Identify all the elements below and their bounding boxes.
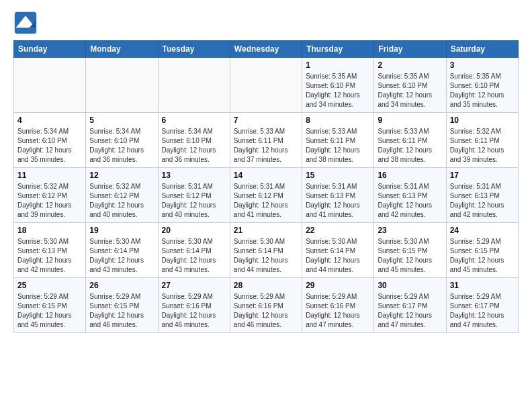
logo-icon — [13, 11, 38, 35]
calendar-cell — [230, 58, 302, 113]
days-header-row: SundayMondayTuesdayWednesdayThursdayFrid… — [14, 41, 519, 58]
day-info: Sunrise: 5:35 AM Sunset: 6:10 PM Dayligh… — [306, 72, 370, 109]
day-info: Sunrise: 5:29 AM Sunset: 6:15 PM Dayligh… — [17, 292, 82, 330]
day-number: 11 — [17, 171, 82, 180]
day-number: 19 — [89, 226, 154, 235]
day-info: Sunrise: 5:33 AM Sunset: 6:11 PM Dayligh… — [234, 127, 298, 165]
calendar-cell: 2Sunrise: 5:35 AM Sunset: 6:10 PM Daylig… — [374, 58, 446, 113]
day-header-sunday: Sunday — [14, 41, 86, 58]
day-number: 1 — [306, 60, 370, 70]
calendar-cell: 13Sunrise: 5:31 AM Sunset: 6:12 PM Dayli… — [158, 168, 230, 223]
calendar-cell: 6Sunrise: 5:34 AM Sunset: 6:10 PM Daylig… — [158, 113, 230, 168]
calendar-cell: 16Sunrise: 5:31 AM Sunset: 6:13 PM Dayli… — [374, 168, 446, 223]
calendar-cell — [158, 58, 230, 113]
day-number: 29 — [306, 281, 370, 290]
calendar: SundayMondayTuesdayWednesdayThursdayFrid… — [13, 40, 519, 333]
day-header-monday: Monday — [86, 41, 158, 58]
day-number: 25 — [17, 281, 82, 290]
day-number: 28 — [234, 281, 298, 290]
calendar-cell: 7Sunrise: 5:33 AM Sunset: 6:11 PM Daylig… — [230, 113, 302, 168]
calendar-cell: 10Sunrise: 5:32 AM Sunset: 6:11 PM Dayli… — [446, 113, 518, 168]
day-header-tuesday: Tuesday — [158, 41, 230, 58]
day-info: Sunrise: 5:35 AM Sunset: 6:10 PM Dayligh… — [450, 72, 515, 109]
day-info: Sunrise: 5:31 AM Sunset: 6:13 PM Dayligh… — [378, 182, 442, 220]
day-info: Sunrise: 5:31 AM Sunset: 6:13 PM Dayligh… — [450, 182, 515, 220]
calendar-cell: 15Sunrise: 5:31 AM Sunset: 6:13 PM Dayli… — [302, 168, 374, 223]
day-number: 18 — [17, 226, 82, 235]
calendar-cell: 30Sunrise: 5:29 AM Sunset: 6:17 PM Dayli… — [374, 278, 446, 333]
calendar-cell: 27Sunrise: 5:29 AM Sunset: 6:16 PM Dayli… — [158, 278, 230, 333]
day-info: Sunrise: 5:30 AM Sunset: 6:14 PM Dayligh… — [306, 237, 370, 275]
calendar-cell — [14, 58, 86, 113]
day-info: Sunrise: 5:32 AM Sunset: 6:12 PM Dayligh… — [89, 182, 154, 220]
day-info: Sunrise: 5:35 AM Sunset: 6:10 PM Dayligh… — [378, 72, 442, 109]
calendar-cell: 14Sunrise: 5:31 AM Sunset: 6:12 PM Dayli… — [230, 168, 302, 223]
day-number: 21 — [234, 226, 298, 235]
day-info: Sunrise: 5:32 AM Sunset: 6:12 PM Dayligh… — [17, 182, 82, 220]
calendar-cell: 20Sunrise: 5:30 AM Sunset: 6:14 PM Dayli… — [158, 223, 230, 278]
week-row-2: 4Sunrise: 5:34 AM Sunset: 6:10 PM Daylig… — [14, 113, 519, 168]
calendar-cell: 31Sunrise: 5:29 AM Sunset: 6:17 PM Dayli… — [446, 278, 518, 333]
day-number: 26 — [89, 281, 154, 290]
day-info: Sunrise: 5:30 AM Sunset: 6:14 PM Dayligh… — [89, 237, 154, 275]
day-number: 2 — [378, 60, 442, 70]
calendar-cell: 23Sunrise: 5:30 AM Sunset: 6:15 PM Dayli… — [374, 223, 446, 278]
day-number: 12 — [89, 171, 154, 180]
day-info: Sunrise: 5:30 AM Sunset: 6:14 PM Dayligh… — [162, 237, 226, 275]
calendar-cell: 19Sunrise: 5:30 AM Sunset: 6:14 PM Dayli… — [86, 223, 158, 278]
day-number: 6 — [162, 116, 226, 125]
day-number: 4 — [17, 116, 82, 125]
day-number: 8 — [306, 116, 370, 125]
calendar-cell: 5Sunrise: 5:34 AM Sunset: 6:10 PM Daylig… — [86, 113, 158, 168]
calendar-cell: 1Sunrise: 5:35 AM Sunset: 6:10 PM Daylig… — [302, 58, 374, 113]
day-number: 3 — [450, 60, 515, 70]
day-info: Sunrise: 5:29 AM Sunset: 6:16 PM Dayligh… — [234, 292, 298, 330]
calendar-cell: 11Sunrise: 5:32 AM Sunset: 6:12 PM Dayli… — [14, 168, 86, 223]
calendar-cell: 25Sunrise: 5:29 AM Sunset: 6:15 PM Dayli… — [14, 278, 86, 333]
day-number: 23 — [378, 226, 442, 235]
day-number: 10 — [450, 116, 515, 125]
day-info: Sunrise: 5:34 AM Sunset: 6:10 PM Dayligh… — [162, 127, 226, 165]
day-info: Sunrise: 5:34 AM Sunset: 6:10 PM Dayligh… — [89, 127, 154, 165]
day-number: 7 — [234, 116, 298, 125]
week-row-4: 18Sunrise: 5:30 AM Sunset: 6:13 PM Dayli… — [14, 223, 519, 278]
day-info: Sunrise: 5:31 AM Sunset: 6:12 PM Dayligh… — [234, 182, 298, 220]
day-info: Sunrise: 5:31 AM Sunset: 6:12 PM Dayligh… — [162, 182, 226, 220]
week-row-1: 1Sunrise: 5:35 AM Sunset: 6:10 PM Daylig… — [14, 58, 519, 113]
day-header-thursday: Thursday — [302, 41, 374, 58]
day-number: 5 — [89, 116, 154, 125]
week-row-5: 25Sunrise: 5:29 AM Sunset: 6:15 PM Dayli… — [14, 278, 519, 333]
day-number: 30 — [378, 281, 442, 290]
logo — [13, 11, 42, 35]
day-info: Sunrise: 5:31 AM Sunset: 6:13 PM Dayligh… — [306, 182, 370, 220]
calendar-cell: 9Sunrise: 5:33 AM Sunset: 6:11 PM Daylig… — [374, 113, 446, 168]
day-header-wednesday: Wednesday — [230, 41, 302, 58]
day-info: Sunrise: 5:33 AM Sunset: 6:11 PM Dayligh… — [378, 127, 442, 165]
calendar-cell: 8Sunrise: 5:33 AM Sunset: 6:11 PM Daylig… — [302, 113, 374, 168]
day-number: 22 — [306, 226, 370, 235]
calendar-cell: 29Sunrise: 5:29 AM Sunset: 6:16 PM Dayli… — [302, 278, 374, 333]
calendar-cell: 3Sunrise: 5:35 AM Sunset: 6:10 PM Daylig… — [446, 58, 518, 113]
calendar-cell: 22Sunrise: 5:30 AM Sunset: 6:14 PM Dayli… — [302, 223, 374, 278]
day-info: Sunrise: 5:30 AM Sunset: 6:13 PM Dayligh… — [17, 237, 82, 275]
calendar-cell: 12Sunrise: 5:32 AM Sunset: 6:12 PM Dayli… — [86, 168, 158, 223]
day-header-saturday: Saturday — [446, 41, 518, 58]
day-number: 31 — [450, 281, 515, 290]
day-number: 24 — [450, 226, 515, 235]
day-info: Sunrise: 5:29 AM Sunset: 6:17 PM Dayligh… — [378, 292, 442, 330]
day-number: 15 — [306, 171, 370, 180]
day-number: 20 — [162, 226, 226, 235]
day-info: Sunrise: 5:34 AM Sunset: 6:10 PM Dayligh… — [17, 127, 82, 165]
day-header-friday: Friday — [374, 41, 446, 58]
day-info: Sunrise: 5:29 AM Sunset: 6:16 PM Dayligh… — [162, 292, 226, 330]
day-info: Sunrise: 5:32 AM Sunset: 6:11 PM Dayligh… — [450, 127, 515, 165]
day-number: 14 — [234, 171, 298, 180]
day-info: Sunrise: 5:29 AM Sunset: 6:16 PM Dayligh… — [306, 292, 370, 330]
day-info: Sunrise: 5:29 AM Sunset: 6:15 PM Dayligh… — [450, 237, 515, 275]
calendar-cell: 17Sunrise: 5:31 AM Sunset: 6:13 PM Dayli… — [446, 168, 518, 223]
header — [13, 11, 519, 35]
week-row-3: 11Sunrise: 5:32 AM Sunset: 6:12 PM Dayli… — [14, 168, 519, 223]
day-number: 27 — [162, 281, 226, 290]
calendar-cell: 26Sunrise: 5:29 AM Sunset: 6:15 PM Dayli… — [86, 278, 158, 333]
day-info: Sunrise: 5:29 AM Sunset: 6:15 PM Dayligh… — [89, 292, 154, 330]
